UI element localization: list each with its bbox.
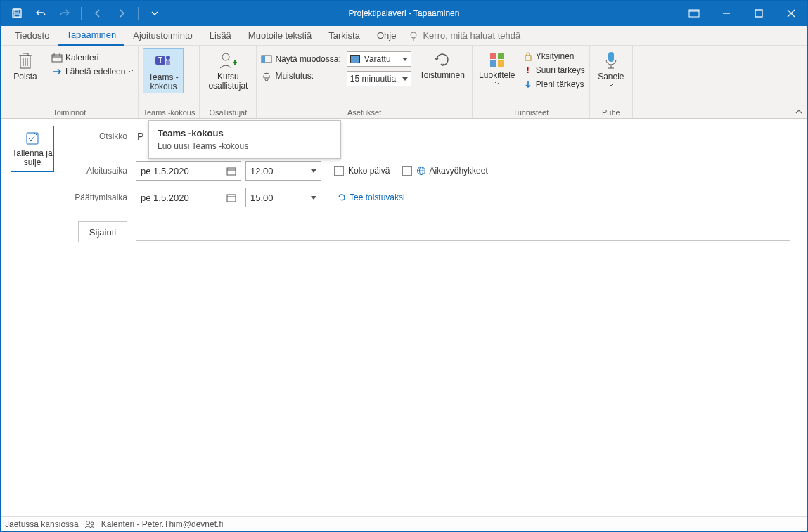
end-label: Päättymisaika <box>63 193 136 202</box>
svg-point-41 <box>91 522 94 525</box>
start-date-field[interactable]: pe 1.5.2020 <box>136 161 241 181</box>
allday-checkbox[interactable] <box>334 166 344 176</box>
svg-rect-38 <box>227 195 236 202</box>
timezones-label: Aikavyöhykkeet <box>429 166 487 176</box>
people-icon <box>84 519 96 529</box>
start-time-field[interactable]: 12.00 <box>245 161 321 181</box>
globe-icon <box>416 166 426 176</box>
categorize-button[interactable]: Luokittele <box>477 48 518 87</box>
microphone-icon <box>603 50 619 71</box>
private-button[interactable]: Yksityinen <box>523 50 585 63</box>
collapse-ribbon-icon[interactable] <box>795 108 803 115</box>
calendar-icon <box>51 53 63 63</box>
tooltip: Teams -kokous Luo uusi Teams -kokous <box>148 120 341 159</box>
forward-button[interactable]: Lähetä edelleen <box>51 65 134 78</box>
svg-rect-27 <box>498 53 504 59</box>
svg-rect-30 <box>525 56 531 60</box>
svg-point-20 <box>166 56 170 60</box>
save-and-close-button[interactable]: Tallenna ja sulje <box>11 126 54 172</box>
close-button[interactable] <box>775 1 807 26</box>
tab-format[interactable]: Muotoile tekstiä <box>240 26 320 46</box>
low-importance-button[interactable]: Pieni tärkeys <box>523 78 585 91</box>
group-options: Näytä muodossa: Muistutus: Varattu 15 mi… <box>257 46 472 118</box>
svg-rect-26 <box>490 53 496 59</box>
group-attendees: Kutsu osallistujat Osallistujat <box>200 46 257 118</box>
svg-rect-14 <box>52 55 62 62</box>
title-bar: Projektipalaveri - Tapaaminen <box>1 1 807 26</box>
tell-me-search[interactable]: Kerro, mitä haluat tehdä <box>409 30 520 41</box>
group-tags: Luokittele Yksityinen ! Suuri tärkeys Pi… <box>473 46 590 118</box>
calendar-button[interactable]: Kalenteri <box>51 51 134 64</box>
window-title: Projektipalaveri - Tapaaminen <box>349 8 460 18</box>
ribbon-mode-icon[interactable] <box>678 1 710 26</box>
calendar-icon <box>226 166 236 176</box>
calendar-icon <box>226 193 236 202</box>
exclamation-icon: ! <box>523 65 533 75</box>
teams-meeting-button[interactable]: T Teams - kokous <box>143 48 184 93</box>
svg-rect-25 <box>262 56 265 63</box>
high-importance-button[interactable]: ! Suuri tärkeys <box>523 64 585 77</box>
lightbulb-icon <box>409 31 418 41</box>
status-bar: Jaetussa kansiossa Kalenteri - Peter.Thi… <box>1 516 807 531</box>
recurrence-icon <box>337 193 347 202</box>
back-icon <box>89 1 107 26</box>
location-button[interactable]: Sijainti <box>78 221 127 242</box>
arrow-down-icon <box>523 79 533 89</box>
tab-insert[interactable]: Lisää <box>201 26 240 46</box>
tab-file[interactable]: Tiedosto <box>6 26 58 46</box>
delete-button[interactable]: Poista <box>5 48 46 83</box>
svg-rect-1 <box>14 10 18 13</box>
chevron-down-icon <box>608 83 614 87</box>
redo-icon <box>56 1 74 26</box>
svg-rect-4 <box>689 10 699 12</box>
svg-text:T: T <box>158 56 162 64</box>
menu-bar: Tiedosto Tapaaminen Ajoitustoiminto Lisä… <box>1 26 807 46</box>
trash-icon <box>16 50 34 71</box>
recurrence-icon <box>432 50 452 70</box>
busy-swatch-icon <box>350 55 360 63</box>
end-date-field[interactable]: pe 1.5.2020 <box>136 188 241 207</box>
save-icon[interactable] <box>8 1 26 26</box>
chevron-down-icon <box>402 77 408 81</box>
teams-icon: T <box>153 51 174 72</box>
svg-rect-29 <box>498 60 504 67</box>
location-field[interactable] <box>136 223 790 241</box>
recurrence-button[interactable]: Toistuminen <box>417 48 468 82</box>
group-speech: Sanele Puhe <box>590 46 633 118</box>
save-close-icon <box>25 131 40 146</box>
reminder-label: Muistutus: <box>275 71 314 81</box>
ribbon: Poista Kalenteri Lähetä edelleen Toiminn… <box>1 46 807 119</box>
show-as-combo[interactable]: Varattu <box>347 51 411 67</box>
undo-icon[interactable] <box>32 1 50 26</box>
group-actions: Poista Kalenteri Lähetä edelleen Toiminn… <box>1 46 139 118</box>
tab-scheduling[interactable]: Ajoitustoiminto <box>124 26 201 46</box>
tab-review[interactable]: Tarkista <box>320 26 368 46</box>
bell-icon <box>261 71 272 81</box>
make-recurring-link[interactable]: Tee toistuvaksi <box>337 193 405 202</box>
svg-rect-33 <box>227 168 236 175</box>
timezones-checkbox[interactable] <box>402 166 412 176</box>
end-time-field[interactable]: 15.00 <box>245 188 321 207</box>
form-area: Tallenna ja sulje Otsikko P Aloitusaika … <box>1 119 807 249</box>
chevron-down-icon <box>128 69 134 74</box>
reminder-combo[interactable]: 15 minuuttia <box>347 71 411 86</box>
chevron-down-icon <box>494 82 500 86</box>
group-teams: T Teams - kokous Teams -kokous <box>139 46 200 118</box>
maximize-button[interactable] <box>743 1 775 26</box>
tab-appointment[interactable]: Tapaaminen <box>58 26 124 46</box>
tooltip-title: Teams -kokous <box>158 128 332 138</box>
lock-icon <box>523 51 533 61</box>
qat-customize-icon[interactable] <box>146 1 164 26</box>
svg-point-7 <box>411 32 416 38</box>
svg-rect-2 <box>14 14 20 17</box>
chevron-down-icon <box>402 58 408 61</box>
status-folder: Jaetussa kansiossa <box>5 519 79 529</box>
tab-help[interactable]: Ohje <box>368 26 404 46</box>
allday-label: Koko päivä <box>348 166 390 176</box>
tooltip-body: Luo uusi Teams -kokous <box>158 141 332 151</box>
add-person-icon <box>217 50 238 71</box>
minimize-button[interactable] <box>710 1 743 26</box>
chevron-down-icon <box>311 196 316 200</box>
invite-attendees-button[interactable]: Kutsu osallistujat <box>204 48 252 92</box>
dictate-button[interactable]: Sanele <box>594 48 628 89</box>
